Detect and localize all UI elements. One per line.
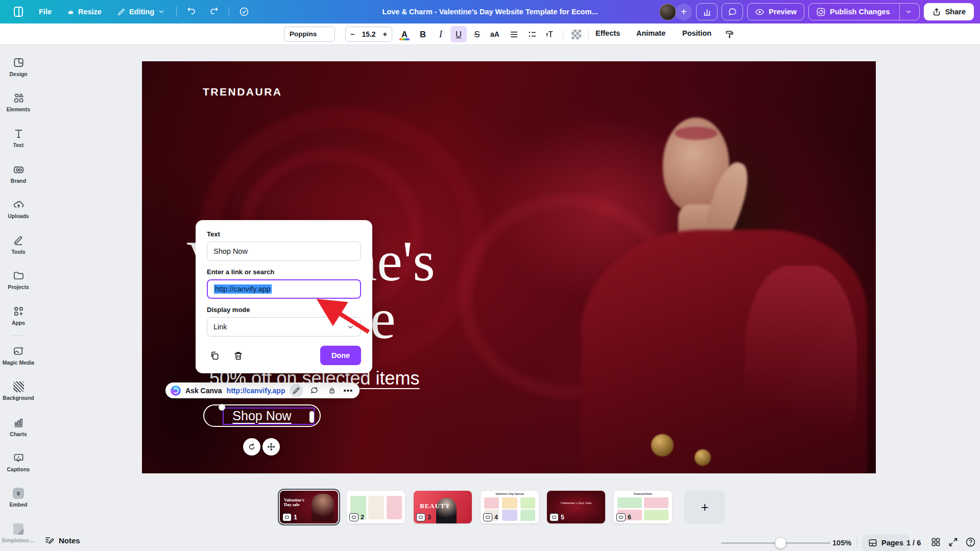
add-collaborator-button[interactable]: +: [675, 4, 692, 20]
user-avatar[interactable]: [659, 4, 676, 20]
share-button[interactable]: Share: [924, 3, 974, 20]
insights-button[interactable]: [696, 3, 718, 20]
sidebar-item-elements[interactable]: Elements: [2, 85, 35, 121]
font-family-select[interactable]: Poppins: [284, 27, 335, 42]
sidebar-item-design[interactable]: Design: [2, 49, 35, 85]
resize-button[interactable]: Resize: [61, 4, 108, 20]
pages-icon: [868, 538, 877, 547]
text-selection-box[interactable]: [223, 408, 315, 425]
sidebar-item-magic-media[interactable]: Magic Media: [2, 338, 35, 374]
strikethrough-button[interactable]: S: [469, 26, 485, 42]
page-thumbnail-3[interactable]: BEAUTY 3: [414, 491, 472, 523]
notes-button[interactable]: Notes: [44, 535, 80, 545]
font-name: Poppins: [290, 30, 317, 38]
sidebar-item-captions[interactable]: Captions: [2, 444, 35, 480]
sidebar-item-background[interactable]: Background: [2, 373, 35, 409]
element-link-url[interactable]: http://canvify.app: [227, 387, 285, 395]
pages-panel-button[interactable]: Pages: [862, 535, 910, 551]
add-page-button[interactable]: +: [684, 491, 725, 523]
undo-button[interactable]: [182, 3, 201, 21]
zoom-slider[interactable]: [721, 542, 830, 544]
file-menu-button[interactable]: File: [33, 4, 58, 20]
sidebar-item-charts[interactable]: Charts: [2, 409, 35, 445]
font-size-increase[interactable]: +: [383, 30, 387, 38]
page-type-icon: [483, 513, 492, 521]
gold-ornament: [695, 449, 711, 466]
more-options-button[interactable]: •••: [343, 386, 353, 395]
page-thumbnail-1[interactable]: Valentine's Day sale 1: [280, 491, 338, 523]
done-button[interactable]: Done: [320, 346, 361, 365]
alignment-button[interactable]: [506, 26, 522, 42]
trash-icon: [233, 350, 244, 361]
lock-button[interactable]: [325, 384, 339, 397]
duplicate-link-button[interactable]: [207, 348, 222, 363]
divider: [899, 4, 900, 20]
save-status-button[interactable]: [234, 3, 254, 21]
brand-logo-text[interactable]: TRENDAURA: [203, 86, 282, 98]
text-case-button[interactable]: aA: [487, 26, 503, 42]
font-size-stepper: − 15.2 +: [345, 27, 392, 42]
spacing-button[interactable]: [542, 26, 558, 42]
link-url-input[interactable]: http://canvify.app: [207, 279, 361, 299]
effects-button[interactable]: Effects: [595, 29, 620, 37]
italic-button[interactable]: I: [433, 26, 449, 42]
redo-button[interactable]: [204, 3, 224, 21]
chevron-down-icon[interactable]: [905, 8, 912, 15]
text-color-button[interactable]: A: [396, 26, 413, 42]
file-label: File: [39, 8, 52, 16]
sidebar-item-brand[interactable]: Brand: [2, 156, 35, 191]
ask-canva-button[interactable]: Ask Canva: [185, 387, 222, 395]
elements-icon: [13, 92, 25, 104]
comments-button[interactable]: [722, 3, 743, 20]
sidebar-item-tools[interactable]: Tools: [2, 227, 35, 262]
editing-mode-button[interactable]: Editing: [111, 4, 171, 20]
copy-style-button[interactable]: [721, 26, 737, 42]
expand-icon: [948, 537, 959, 547]
sidebar-item-apps[interactable]: Apps: [2, 298, 35, 333]
divider: [563, 30, 563, 39]
text-cursor-handle[interactable]: [309, 411, 314, 423]
page-thumbnail-6[interactable]: Featured Deals 6: [614, 491, 672, 523]
position-button[interactable]: Position: [682, 29, 711, 37]
transparency-button[interactable]: [568, 26, 584, 42]
move-handle[interactable]: [262, 438, 280, 456]
sidebar-item-embed[interactable]: Embed: [2, 480, 35, 516]
zoom-level[interactable]: 105%: [832, 539, 851, 547]
sidebar-item-simplebook[interactable]: Simplebook...: [2, 516, 35, 551]
sidebar-item-uploads[interactable]: Uploads: [2, 191, 35, 227]
underline-button[interactable]: U: [450, 26, 467, 42]
add-comment-button[interactable]: [307, 384, 321, 397]
button-text-input[interactable]: Shop Now: [207, 242, 361, 261]
bold-button[interactable]: B: [415, 26, 431, 42]
sidebar-item-projects[interactable]: Projects: [2, 262, 35, 298]
fullscreen-button[interactable]: [948, 537, 959, 547]
preview-button[interactable]: Preview: [747, 3, 804, 20]
grid-view-button[interactable]: [930, 537, 941, 547]
edit-link-button[interactable]: [290, 384, 303, 397]
animate-button[interactable]: Animate: [636, 29, 665, 37]
zoom-slider-thumb[interactable]: [775, 538, 786, 548]
insights-chart-icon: [702, 7, 712, 17]
font-size-decrease[interactable]: −: [350, 30, 354, 38]
page-thumbnail-5[interactable]: Valentine's Day Sale 5: [547, 491, 605, 523]
canva-home-button[interactable]: [7, 2, 30, 22]
blazer-highlight: [745, 266, 857, 473]
share-icon: [932, 7, 941, 16]
sidebar-item-text[interactable]: Text: [2, 120, 35, 156]
text-icon: [13, 128, 25, 139]
list-button[interactable]: [524, 26, 540, 42]
canva-home-icon: [12, 6, 25, 18]
share-label: Share: [945, 8, 966, 16]
page-type-icon: [549, 513, 559, 521]
font-size-value[interactable]: 15.2: [362, 30, 375, 38]
page-thumbnail-2[interactable]: 2: [347, 491, 405, 523]
rotate-handle[interactable]: [243, 438, 260, 456]
delete-link-button[interactable]: [230, 348, 246, 363]
page-type-icon: [349, 513, 358, 521]
pages-label: Pages: [881, 539, 903, 547]
help-button[interactable]: [965, 537, 976, 547]
selection-handle-dot[interactable]: [219, 404, 225, 411]
publish-changes-button[interactable]: Publish Changes: [808, 3, 920, 20]
page-thumbnail-4[interactable]: Valentine's Day Special 4: [481, 491, 539, 523]
display-mode-select[interactable]: Link: [207, 317, 361, 337]
